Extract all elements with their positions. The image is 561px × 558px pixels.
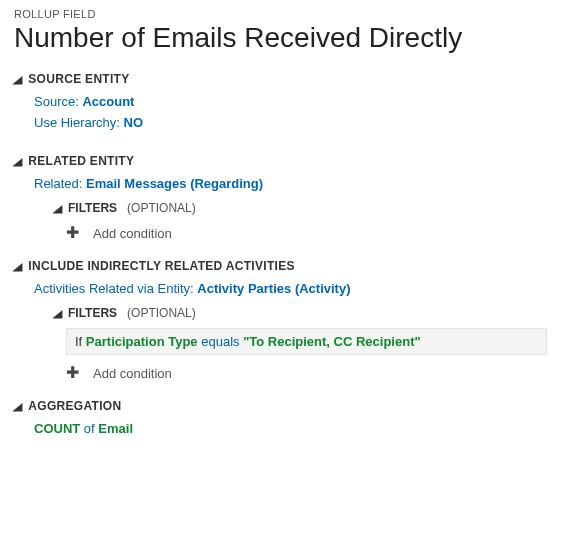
related-row[interactable]: Related: Email Messages (Regarding) bbox=[34, 176, 547, 191]
condition-value: "To Recipient, CC Recipient" bbox=[243, 334, 421, 349]
indirect-filters: ◢ FILTERS (OPTIONAL) If Participation Ty… bbox=[54, 306, 547, 381]
related-label: Related: bbox=[34, 176, 82, 191]
hierarchy-label: Use Hierarchy: bbox=[34, 115, 120, 130]
section-indirect-activities: ◢ INCLUDE INDIRECTLY RELATED ACTIVITIES … bbox=[14, 259, 547, 385]
filter-condition[interactable]: If Participation Type equals "To Recipie… bbox=[66, 328, 547, 355]
section-title: RELATED ENTITY bbox=[28, 154, 134, 168]
filters-header[interactable]: ◢ FILTERS (OPTIONAL) bbox=[54, 306, 547, 320]
optional-label: (OPTIONAL) bbox=[127, 306, 196, 320]
condition-field: Participation Type bbox=[86, 334, 198, 349]
if-label: If bbox=[75, 334, 82, 349]
add-condition-button[interactable]: ✚ Add condition bbox=[66, 225, 547, 241]
filters-header[interactable]: ◢ FILTERS (OPTIONAL) bbox=[54, 201, 547, 215]
condition-op: equals bbox=[201, 334, 239, 349]
via-entity-row[interactable]: Activities Related via Entity: Activity … bbox=[34, 281, 547, 296]
breadcrumb: ROLLUP FIELD bbox=[14, 8, 547, 20]
via-label: Activities Related via Entity: bbox=[34, 281, 194, 296]
caret-down-icon: ◢ bbox=[13, 401, 23, 412]
source-label: Source: bbox=[34, 94, 79, 109]
section-source-entity: ◢ SOURCE ENTITY Source: Account Use Hier… bbox=[14, 72, 547, 140]
add-condition-label: Add condition bbox=[93, 226, 172, 241]
caret-down-icon: ◢ bbox=[13, 261, 23, 272]
section-title: AGGREGATION bbox=[28, 399, 121, 413]
related-filters: ◢ FILTERS (OPTIONAL) ✚ Add condition bbox=[54, 201, 547, 241]
filters-title: FILTERS bbox=[68, 306, 117, 320]
via-paren: Activity bbox=[299, 281, 346, 296]
section-title: INCLUDE INDIRECTLY RELATED ACTIVITIES bbox=[28, 259, 294, 273]
section-header-indirect[interactable]: ◢ INCLUDE INDIRECTLY RELATED ACTIVITIES bbox=[14, 259, 547, 273]
source-row[interactable]: Source: Account bbox=[34, 94, 547, 109]
related-paren: Regarding bbox=[194, 176, 258, 191]
via-value: Activity Parties bbox=[197, 281, 291, 296]
caret-down-icon: ◢ bbox=[53, 308, 63, 319]
section-related-entity: ◢ RELATED ENTITY Related: Email Messages… bbox=[14, 154, 547, 245]
section-header-related[interactable]: ◢ RELATED ENTITY bbox=[14, 154, 547, 168]
section-title: SOURCE ENTITY bbox=[28, 72, 129, 86]
agg-field: Email bbox=[98, 421, 133, 436]
caret-down-icon: ◢ bbox=[13, 74, 23, 85]
related-value: Email Messages bbox=[86, 176, 186, 191]
section-header-source[interactable]: ◢ SOURCE ENTITY bbox=[14, 72, 547, 86]
source-value: Account bbox=[82, 94, 134, 109]
optional-label: (OPTIONAL) bbox=[127, 201, 196, 215]
section-aggregation: ◢ AGGREGATION COUNT of Email bbox=[14, 399, 547, 446]
caret-down-icon: ◢ bbox=[13, 156, 23, 167]
hierarchy-value: NO bbox=[124, 115, 144, 130]
page-title: Number of Emails Received Directly bbox=[14, 22, 547, 54]
agg-func: COUNT bbox=[34, 421, 80, 436]
aggregation-row[interactable]: COUNT of Email bbox=[34, 421, 547, 436]
add-condition-label: Add condition bbox=[93, 366, 172, 381]
plus-icon: ✚ bbox=[66, 365, 79, 381]
agg-of: of bbox=[84, 421, 95, 436]
add-condition-button[interactable]: ✚ Add condition bbox=[66, 365, 547, 381]
caret-down-icon: ◢ bbox=[53, 203, 63, 214]
hierarchy-row[interactable]: Use Hierarchy: NO bbox=[34, 115, 547, 130]
plus-icon: ✚ bbox=[66, 225, 79, 241]
section-header-aggregation[interactable]: ◢ AGGREGATION bbox=[14, 399, 547, 413]
filters-title: FILTERS bbox=[68, 201, 117, 215]
